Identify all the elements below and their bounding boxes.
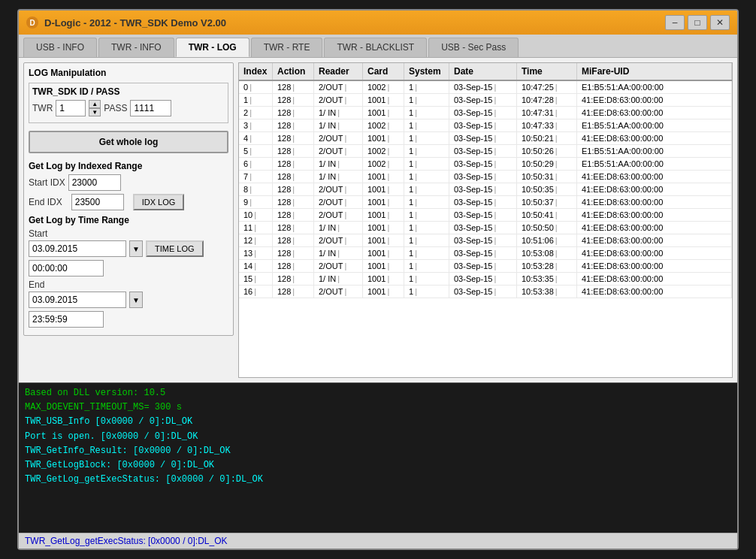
tab-twr-rte[interactable]: TWR - RTE [251,38,323,57]
table-body: 0 | 128 | 2/OUT | 1002 | 1 | 03-Sep-15 |… [239,81,732,377]
td-action: 128 | [273,234,314,246]
th-system: System [404,63,449,80]
td-system: 1 | [404,286,449,298]
table-row[interactable]: 1 | 128 | 2/OUT | 1001 | 1 | 03-Sep-15 |… [239,94,732,107]
table-row[interactable]: 10 | 128 | 2/OUT | 1001 | 1 | 03-Sep-15 … [239,209,732,222]
time-range-title: Get Log by Time Range [29,215,228,225]
maximize-button[interactable]: □ [688,15,707,30]
table-row[interactable]: 7 | 128 | 1/ IN | 1001 | 1 | 03-Sep-15 |… [239,171,732,183]
td-date: 03-Sep-15 | [449,286,517,298]
table-row[interactable]: 9 | 128 | 2/OUT | 1001 | 1 | 03-Sep-15 |… [239,196,732,209]
td-action: 128 | [273,81,314,93]
td-card: 1001 | [363,286,404,298]
log-line: TWR_GetInfo_Result: [0x0000 / 0]:DL_OK [25,444,731,458]
td-action: 128 | [273,209,314,221]
td-card: 1002 | [363,145,404,157]
end-date-dropdown[interactable]: ▼ [129,292,143,308]
idx-log-button[interactable]: IDX LOG [133,194,185,210]
minimize-button[interactable]: – [665,15,685,30]
td-index: 4 | [239,132,273,144]
td-index: 2 | [239,107,273,119]
td-time: 10:50:50 | [517,222,577,234]
get-whole-log-button[interactable]: Get whole log [29,131,228,153]
td-card: 1002 | [363,119,404,131]
twr-spinner-up[interactable]: ▲ [89,100,101,108]
td-card: 1002 | [363,81,404,93]
td-reader: 1/ IN | [314,273,363,285]
start-idx-label: Start IDX [29,177,65,188]
tab-usb-info[interactable]: USB - INFO [23,38,97,57]
td-date: 03-Sep-15 | [449,247,517,259]
end-date-input[interactable] [29,292,126,308]
table-row[interactable]: 11 | 128 | 1/ IN | 1001 | 1 | 03-Sep-15 … [239,222,732,234]
td-time: 10:53:08 | [517,247,577,259]
table-row[interactable]: 4 | 128 | 2/OUT | 1001 | 1 | 03-Sep-15 |… [239,132,732,145]
td-card: 1001 | [363,94,404,106]
tab-twr-blacklist[interactable]: TWR - BLACKLIST [324,38,427,57]
table-row[interactable]: 12 | 128 | 2/OUT | 1001 | 1 | 03-Sep-15 … [239,234,732,247]
twr-pass-row: TWR ▲ ▼ PASS [32,100,225,116]
td-date: 03-Sep-15 | [449,107,517,119]
td-index: 3 | [239,119,273,131]
td-reader: 2/OUT | [314,132,363,144]
td-index: 15 | [239,273,273,285]
td-time: 10:50:26 | [517,145,577,157]
start-date-input[interactable] [29,240,126,257]
start-time-input[interactable] [29,260,104,276]
log-line: TWR_GetLog_getExecStatus: [0x0000 / 0]:D… [25,473,731,487]
log-line: TWR_GetLogBlock: [0x0000 / 0]:DL_OK [25,458,731,473]
tab-usb-sec-pass[interactable]: USB - Sec Pass [428,38,519,57]
table-row[interactable]: 2 | 128 | 1/ IN | 1001 | 1 | 03-Sep-15 |… [239,107,732,119]
table-row[interactable]: 3 | 128 | 1/ IN | 1002 | 1 | 03-Sep-15 |… [239,119,732,132]
tab-bar: USB - INFO TWR - INFO TWR - LOG TWR - RT… [19,35,737,58]
table-row[interactable]: 14 | 128 | 2/OUT | 1001 | 1 | 03-Sep-15 … [239,260,732,273]
end-time-input[interactable] [29,311,104,328]
td-reader: 2/OUT | [314,286,363,298]
close-button[interactable]: ✕ [710,15,730,30]
table-row[interactable]: 5 | 128 | 2/OUT | 1002 | 1 | 03-Sep-15 |… [239,145,732,158]
start-idx-input[interactable] [68,174,121,191]
td-action: 128 | [273,286,314,298]
table-row[interactable]: 15 | 128 | 1/ IN | 1001 | 1 | 03-Sep-15 … [239,273,732,286]
td-date: 03-Sep-15 | [449,273,517,285]
start-time-row [29,260,228,276]
table-row[interactable]: 13 | 128 | 1/ IN | 1001 | 1 | 03-Sep-15 … [239,247,732,260]
td-system: 1 | [404,119,449,131]
tab-twr-log[interactable]: TWR - LOG [176,38,249,57]
td-reader: 1/ IN | [314,107,363,119]
td-index: 0 | [239,81,273,93]
window-controls: – □ ✕ [665,15,730,30]
table-row[interactable]: 6 | 128 | 1/ IN | 1002 | 1 | 03-Sep-15 |… [239,158,732,171]
table-row[interactable]: 8 | 128 | 2/OUT | 1001 | 1 | 03-Sep-15 |… [239,183,732,196]
td-action: 128 | [273,183,314,195]
log-output: Based on DLL version: 10.5MAX_DOEVENT_TI… [19,382,737,533]
table-row[interactable]: 16 | 128 | 2/OUT | 1001 | 1 | 03-Sep-15 … [239,286,732,298]
end-date-label: End [29,280,228,290]
status-prefix: TWR_GetLog_getExecStatus: [25,536,148,546]
pass-input[interactable] [130,100,171,116]
end-idx-input[interactable] [71,194,124,210]
indexed-range-title: Get Log by Indexed Range [29,161,228,171]
log-manipulation-panel: LOG Manipulation TWR_SDK ID / PASS TWR ▲… [23,62,234,336]
td-reader: 2/OUT | [314,260,363,272]
table-row[interactable]: 0 | 128 | 2/OUT | 1002 | 1 | 03-Sep-15 |… [239,81,732,94]
td-card: 1001 | [363,196,404,208]
tab-twr-info[interactable]: TWR - INFO [98,38,174,57]
td-index: 5 | [239,145,273,157]
th-time: Time [517,63,577,80]
start-date-dropdown[interactable]: ▼ [129,240,143,257]
window-title: D-Logic - 2012 - TWR_SDK Demo V2.00 [44,17,226,29]
td-time: 10:50:29 | [517,158,577,170]
th-index: Index [239,63,273,80]
th-reader: Reader [314,63,363,80]
td-time: 10:50:35 | [517,183,577,195]
time-log-button[interactable]: TIME LOG [146,240,204,257]
twr-spinner-down[interactable]: ▼ [89,108,101,116]
log-line: Based on DLL version: 10.5 [25,386,731,400]
td-index: 6 | [239,158,273,170]
td-date: 03-Sep-15 | [449,209,517,221]
td-action: 128 | [273,196,314,208]
twr-input[interactable] [56,100,86,116]
td-uid: 41:EE:D8:63:00:00:00 [577,94,732,106]
td-reader: 2/OUT | [314,234,363,246]
